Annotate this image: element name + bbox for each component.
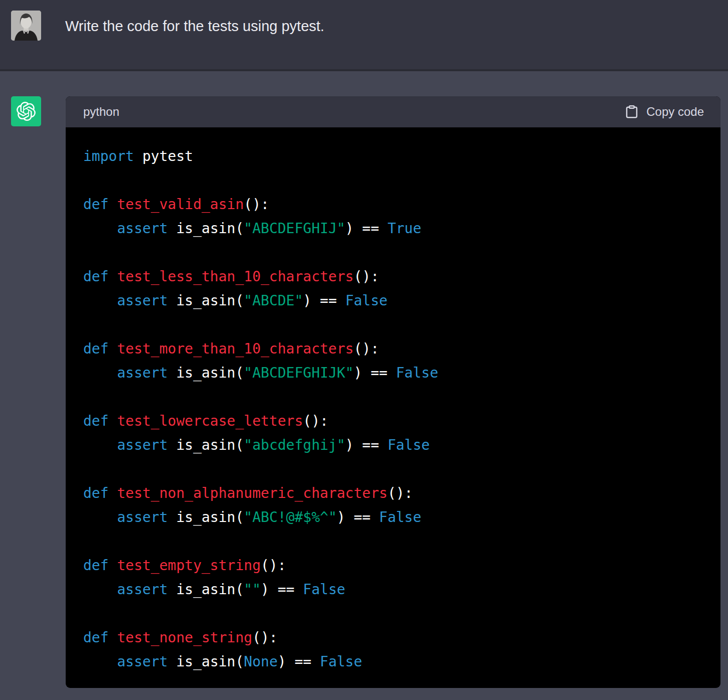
assistant-message-row: python Copy code import pytest def test_… [0,71,728,698]
openai-logo-icon [17,102,36,121]
code-line: assert is_asin("ABCDEFGHIJ") == True [83,217,705,241]
user-avatar [11,11,41,41]
code-line: import pytest [83,144,705,168]
code-line [83,168,705,193]
code-line: def test_valid_asin(): [83,193,705,217]
user-message-text: Write the code for the tests using pytes… [65,18,324,35]
code-line: assert is_asin(None) == False [83,650,705,674]
user-avatar-photo [11,11,41,41]
code-line [83,530,705,554]
code-line: def test_more_than_10_characters(): [83,337,705,361]
code-language-label: python [83,105,119,119]
code-line: assert is_asin("ABCDE") == False [83,289,705,313]
code-line: assert is_asin("ABC!@#$%^") == False [83,505,705,530]
clipboard-icon [624,104,639,120]
code-line: assert is_asin("abcdefghij") == False [83,433,705,457]
code-line: def test_less_than_10_characters(): [83,265,705,289]
code-line: assert is_asin("") == False [83,578,705,602]
code-line [83,602,705,626]
code-line [83,385,705,409]
code-line [83,241,705,265]
code-line: def test_non_alphanumeric_characters(): [83,481,705,505]
code-content: import pytest def test_valid_asin(): ass… [66,127,720,688]
code-line: def test_lowercase_letters(): [83,409,705,433]
copy-code-label: Copy code [646,105,704,119]
assistant-avatar [11,96,41,126]
user-message-row: Write the code for the tests using pytes… [0,0,728,71]
code-line: def test_empty_string(): [83,554,705,578]
code-block: python Copy code import pytest def test_… [66,96,720,688]
copy-code-button[interactable]: Copy code [624,104,704,120]
code-line: assert is_asin("ABCDEFGHIJK") == False [83,361,705,385]
code-line [83,457,705,481]
code-block-header: python Copy code [66,96,720,127]
code-line: def test_none_string(): [83,626,705,650]
code-line [83,313,705,337]
